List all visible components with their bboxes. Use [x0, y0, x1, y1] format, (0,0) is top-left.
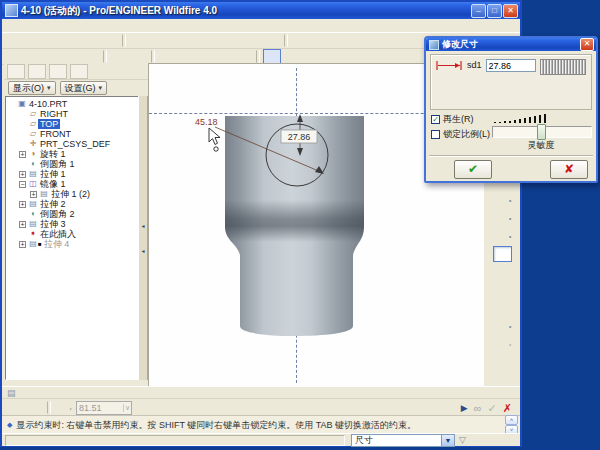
feature-icon: ▱ — [28, 129, 38, 139]
text-tool[interactable] — [493, 282, 512, 298]
close-button[interactable]: ✕ — [503, 4, 518, 18]
modify-tool[interactable] — [493, 246, 512, 262]
select-items-button[interactable] — [263, 49, 281, 64]
tree-item-top[interactable]: ▱ TOP — [6, 119, 138, 129]
sensitivity-slider[interactable] — [492, 126, 592, 138]
use-edge-tool[interactable] — [493, 228, 512, 244]
print-preview-button — [81, 33, 99, 48]
thumbwheel[interactable] — [540, 59, 586, 75]
tree-item-extrude2[interactable]: + ▤ 拉伸 2 — [6, 199, 138, 209]
tree-item-extrude1[interactable]: + ▤ 拉伸 1 — [6, 169, 138, 179]
dimension-list-group: sd1 — [430, 54, 592, 110]
coordinate-system-tool[interactable] — [493, 210, 512, 226]
feature-icon: ✛ — [28, 139, 38, 149]
tree-expand-toggle[interactable]: + — [30, 191, 37, 198]
palette-tool[interactable] — [493, 300, 512, 316]
model-tree-tab[interactable] — [7, 64, 25, 79]
modified-dim-value: 27.86 — [288, 132, 311, 142]
tree-expand-toggle[interactable]: + — [19, 241, 26, 248]
resume-button[interactable]: ▶ — [461, 401, 468, 415]
tree-expand-toggle[interactable]: + — [19, 151, 26, 158]
checkbox-unchecked-icon — [431, 130, 440, 139]
tree-item-front[interactable]: ▱ FRONT — [6, 129, 138, 139]
zoom-out-button[interactable] — [367, 33, 385, 48]
selection-filter-combo[interactable]: 尺寸 ▼ — [351, 434, 455, 447]
tree-item-mirror1[interactable]: − ◫ 镜像 1 — [6, 179, 138, 189]
tree-item-right[interactable]: ▱ RIGHT — [6, 109, 138, 119]
mirror-tool[interactable] — [493, 264, 512, 280]
regenerate-checkbox[interactable]: ✓ 再生(R) — [431, 113, 474, 126]
refit-button[interactable] — [386, 33, 404, 48]
favorites-tab[interactable] — [49, 64, 67, 79]
history-tab[interactable] — [70, 64, 88, 79]
orient-mode-button[interactable] — [329, 33, 347, 48]
status-field — [5, 435, 345, 446]
spin-center-toggle[interactable] — [234, 49, 252, 64]
dialog-cancel-button[interactable]: ✘ — [550, 160, 588, 179]
filter-value: 尺寸 — [352, 434, 441, 447]
surface-toggle — [25, 400, 43, 415]
status-message: 显示约束时: 右键单击禁用约束。按 SHIFT 键同时右键单击锁定约束。使用 T… — [16, 419, 505, 432]
tree-item-revolve1[interactable]: + ◑ 旋转 1 — [6, 149, 138, 159]
zoom-in-button[interactable] — [348, 33, 366, 48]
vertex-display-toggle[interactable] — [62, 49, 80, 64]
paste-button — [205, 33, 223, 48]
save-button[interactable] — [43, 33, 61, 48]
dashboard-cancel-button[interactable]: ✗ — [503, 401, 512, 415]
depth-option-button — [54, 400, 72, 415]
datum-plane-toggle[interactable] — [158, 49, 176, 64]
tree-item-extrude3[interactable]: + ▤ 拉伸 3 — [6, 219, 138, 229]
tree-item-part[interactable]: ▣ 4-10.PRT — [6, 99, 138, 109]
tree-item-label: 在此插入 — [38, 229, 78, 239]
tree-item-round1[interactable]: ◖ 倒圆角 1 — [6, 159, 138, 169]
navigator-sash[interactable]: ◂ ◂ — [138, 96, 148, 380]
constraint-display-toggle[interactable] — [24, 49, 42, 64]
sketch-orient-button[interactable] — [129, 49, 147, 64]
dimension-value-input[interactable] — [486, 59, 536, 72]
dropdown-arrow-icon[interactable]: ▼ — [441, 435, 454, 446]
maximize-button[interactable]: □ — [487, 4, 502, 18]
cut-button — [167, 33, 185, 48]
minimize-button[interactable]: – — [471, 4, 486, 18]
folder-browser-tab[interactable] — [28, 64, 46, 79]
tree-item-csys[interactable]: ✛ PRT_CSYS_DEF — [6, 139, 138, 149]
tree-settings-menu-button[interactable]: 设置(G)▾ — [60, 81, 108, 95]
tree-item-extrude1-2[interactable]: + ▤ 拉伸 1 (2) — [6, 189, 138, 199]
tree-expand-toggle[interactable]: + — [19, 171, 26, 178]
tree-show-menu-button[interactable]: 显示(O)▾ — [8, 81, 56, 95]
sensitivity-dots — [494, 113, 590, 123]
tree-expand-toggle[interactable]: + — [19, 201, 26, 208]
depth-value-combo: 81.51 ∨ — [76, 401, 132, 415]
grid-toggle[interactable] — [43, 49, 61, 64]
title-bar[interactable]: 4-10 (活动的) - Pro/ENGINEER Wildfire 4.0 –… — [2, 2, 520, 19]
tree-expand-toggle[interactable]: + — [19, 221, 26, 228]
scroll-up-button[interactable]: ˄ — [505, 415, 518, 425]
model-tree[interactable]: ▣ 4-10.PRT ▱ RIGHT ▱ TOP ▱ — [5, 96, 139, 380]
datum-axis-toggle[interactable] — [177, 49, 195, 64]
tree-expand-toggle[interactable]: − — [19, 181, 26, 188]
open-button[interactable] — [24, 33, 42, 48]
dialog-title-bar[interactable]: 修改尺寸 ✕ — [426, 38, 596, 51]
repaint-button[interactable] — [291, 33, 309, 48]
saved-views-button[interactable] — [405, 33, 423, 48]
tree-item-label: 拉伸 2 — [38, 199, 68, 209]
tree-item-insert-here[interactable]: ➧ 在此插入 — [6, 229, 138, 239]
dim-display-toggle[interactable] — [5, 49, 23, 64]
dialog-ok-button[interactable]: ✔ — [454, 160, 492, 179]
dialog-close-button[interactable]: ✕ — [580, 38, 594, 51]
tree-item-round2[interactable]: ◖ 倒圆角 2 — [6, 209, 138, 219]
lock-scale-checkbox[interactable]: 锁定比例(L) — [431, 128, 490, 141]
point-tool[interactable] — [493, 192, 512, 208]
datum-point-toggle[interactable] — [196, 49, 214, 64]
spin-center-button[interactable] — [310, 33, 328, 48]
shade-closed-loops-toggle[interactable] — [81, 49, 99, 64]
chevron-down-icon: ∨ — [123, 404, 131, 412]
feature-icon: ▣ — [17, 99, 27, 109]
bg-color-button[interactable] — [110, 49, 128, 64]
toolbar-button — [151, 50, 155, 63]
constraint-tool[interactable] — [493, 318, 512, 334]
feature-icon: ◫ — [28, 179, 38, 189]
slider-thumb[interactable] — [537, 124, 546, 140]
csys-toggle[interactable] — [215, 49, 233, 64]
tree-item-label: 旋转 1 — [38, 149, 68, 159]
